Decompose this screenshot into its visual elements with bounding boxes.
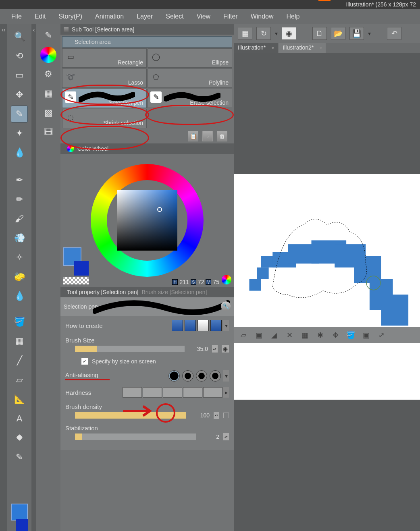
selection-tool[interactable]: ✎ [11, 106, 28, 122]
object-tool[interactable]: ▭ [11, 67, 28, 84]
zoom-tool[interactable]: 🔍 [11, 28, 28, 45]
howto-subtract[interactable] [198, 320, 209, 331]
background-swatch[interactable] [74, 261, 89, 276]
foreground-color[interactable] [11, 504, 28, 521]
balloon-tool[interactable]: ✹ [11, 429, 28, 446]
subtool-group-header[interactable]: Selection area [62, 36, 232, 48]
density-stepper[interactable]: ▴▾ [214, 412, 219, 419]
layer-thumb-icon[interactable]: ▦ [40, 85, 57, 102]
toolprop-tab-active[interactable]: Tool property [Selection pen] [67, 289, 138, 295]
menu-story[interactable]: Story(P) [53, 10, 88, 23]
text-tool[interactable]: A [11, 410, 28, 427]
subtool-rectangle[interactable]: ▭Rectangle [62, 48, 147, 68]
correct-tool[interactable]: ✎ [11, 449, 28, 466]
subtool-group-icon[interactable]: ✎ [40, 27, 57, 44]
hardness-1[interactable] [123, 387, 142, 398]
new-subtool-button[interactable]: ▫ [202, 131, 213, 141]
ruler-tool[interactable]: 📐 [11, 391, 28, 408]
brush-size-slider[interactable] [75, 346, 185, 352]
shape-tool[interactable]: ▱ [11, 371, 28, 388]
wrench-button[interactable]: 🔧 [221, 301, 231, 311]
specify-checkbox[interactable]: ✓ [81, 358, 88, 365]
antialias-none[interactable] [168, 370, 180, 382]
menu-window[interactable]: Window [245, 10, 279, 23]
sv-square[interactable] [117, 190, 177, 251]
shrink-sel-icon[interactable]: ✕ [285, 330, 294, 340]
hardness-2[interactable] [143, 387, 162, 398]
expand-icon[interactable]: ◢ [269, 330, 279, 340]
subtool-lasso[interactable]: ➰Lasso [62, 68, 147, 88]
hue-ring[interactable] [91, 164, 204, 277]
background-color[interactable] [16, 519, 28, 531]
transform-sel-icon[interactable]: ⤢ [376, 330, 386, 340]
subtool-selection-pen[interactable]: ✎Selection pen [62, 89, 147, 108]
menu-help[interactable]: Help [281, 10, 306, 23]
menu-select[interactable]: Select [160, 10, 189, 23]
tab-illustration[interactable]: Illustration*● [234, 43, 278, 53]
stabilization-slider[interactable] [75, 434, 196, 440]
antialias-medium[interactable] [196, 370, 207, 382]
subtool-ellipse[interactable]: ◯Ellipse [148, 48, 232, 68]
open-file-icon[interactable]: 📂 [331, 27, 345, 40]
fill-sel-icon[interactable]: 🪣 [346, 330, 356, 340]
gradient-tool[interactable]: ▦ [11, 333, 28, 350]
close-icon[interactable]: ● [271, 45, 275, 49]
copy-sel-icon[interactable]: ▣ [361, 330, 371, 340]
grid-icon[interactable]: ▦ [238, 27, 252, 40]
subtool-shrink-selection[interactable]: ◌Shrink selection [62, 109, 147, 128]
copy-subtool-button[interactable]: 📋 [188, 131, 198, 141]
undo-icon[interactable]: ↶ [387, 27, 401, 40]
eraser-tool[interactable]: 🧽 [11, 268, 28, 285]
subtool-polyline[interactable]: ⬠Polyline [148, 68, 232, 88]
canvas[interactable] [234, 174, 420, 400]
density-slider[interactable] [75, 412, 186, 419]
hardness-3[interactable] [163, 387, 182, 398]
antialias-strong[interactable] [210, 370, 221, 382]
hardness-dropdown[interactable]: ▸ [223, 387, 229, 398]
subtool-panel-tab[interactable]: Sub Tool [Selection area] [60, 24, 234, 35]
rotate-tool[interactable]: ⟲ [11, 48, 28, 64]
delete-subtool-button[interactable]: 🗑 [217, 131, 227, 141]
howto-intersect[interactable] [210, 320, 222, 331]
transparent-swatch[interactable] [63, 277, 89, 284]
move-sel-icon[interactable]: ✥ [331, 330, 340, 340]
howto-new[interactable] [172, 320, 183, 331]
spiral-icon[interactable]: ◉ [282, 27, 296, 40]
save-icon[interactable]: 💾 [349, 27, 364, 40]
menu-layer[interactable]: Layer [131, 10, 158, 23]
tool-settings-icon[interactable]: ⚙ [40, 65, 57, 83]
menu-file[interactable]: File [6, 10, 27, 23]
eyedropper-tool[interactable]: 💧 [11, 144, 28, 161]
colorwheel-corner-icon[interactable] [222, 275, 231, 284]
brush-tool[interactable]: 🖌 [11, 210, 28, 227]
invert-icon[interactable]: ▣ [254, 330, 264, 340]
left-collapse-strip[interactable]: ‹‹ [0, 24, 7, 531]
antialias-dropdown[interactable]: ▾ [223, 370, 229, 382]
menu-filter[interactable]: Filter [218, 10, 243, 23]
airbrush-tool[interactable]: 💨 [11, 230, 28, 247]
pencil-tool[interactable]: ✏ [11, 191, 28, 208]
howto-dropdown[interactable]: ▾ [223, 320, 229, 331]
new-file-icon[interactable]: 🗋 [312, 27, 327, 40]
decoration-tool[interactable]: ✧ [11, 249, 28, 266]
subtool-erase-selection[interactable]: ✎Erase selection [148, 89, 232, 108]
menu-animation[interactable]: Animation [89, 10, 129, 23]
density-link[interactable] [223, 413, 229, 418]
wand-tool[interactable]: ✦ [11, 125, 28, 142]
menu-edit[interactable]: Edit [29, 10, 52, 23]
palette-collapse-strip[interactable]: ‹ [31, 24, 36, 531]
antialias-weak[interactable] [182, 370, 193, 382]
stabilization-stepper[interactable]: ▴▾ [223, 433, 229, 440]
clear-sel-icon[interactable]: ✱ [315, 330, 325, 340]
film-icon[interactable]: 🎞 [40, 123, 57, 141]
refresh-icon[interactable]: ↻ [256, 27, 271, 40]
hardness-5[interactable] [203, 387, 222, 398]
blend-tool[interactable]: 💧 [11, 288, 28, 305]
canvas-viewport[interactable]: ▱ ▣ ◢ ✕ ▦ ✱ ✥ 🪣 ▣ ⤢ [234, 53, 420, 531]
close-icon[interactable]: ● [319, 45, 323, 49]
crop-sel-icon[interactable]: ▦ [300, 330, 310, 340]
hardness-4[interactable] [183, 387, 202, 398]
pattern-icon[interactable]: ▩ [40, 104, 57, 122]
menu-view[interactable]: View [191, 10, 216, 23]
deselect-icon[interactable]: ▱ [239, 330, 248, 340]
